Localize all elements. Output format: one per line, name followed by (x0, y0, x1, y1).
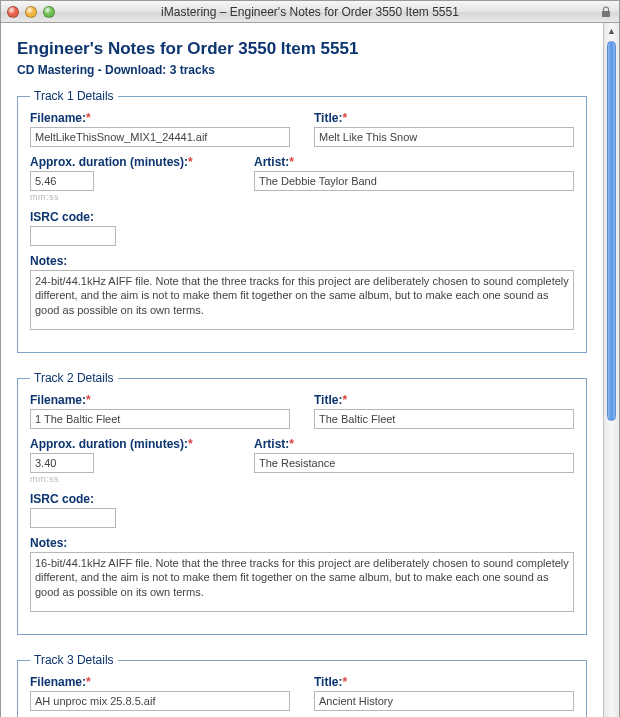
artist-label: Artist:* (254, 437, 574, 451)
app-window: iMastering – Engineer's Notes for Order … (0, 0, 620, 717)
title-label: Title:* (314, 675, 574, 689)
page-title: Engineer's Notes for Order 3550 Item 555… (17, 39, 587, 59)
track-1-legend: Track 1 Details (30, 89, 118, 103)
close-button[interactable] (7, 6, 19, 18)
notes-textarea[interactable] (30, 552, 574, 612)
track-3-fieldset: Track 3 Details Filename:* Title:* Appro… (17, 653, 587, 717)
zoom-button[interactable] (43, 6, 55, 18)
duration-label: Approx. duration (minutes):* (30, 437, 230, 451)
duration-input[interactable] (30, 453, 94, 473)
filename-input[interactable] (30, 127, 290, 147)
track-3-legend: Track 3 Details (30, 653, 118, 667)
title-input[interactable] (314, 691, 574, 711)
scroll-thumb[interactable] (607, 41, 616, 421)
artist-input[interactable] (254, 453, 574, 473)
title-input[interactable] (314, 127, 574, 147)
vertical-scrollbar[interactable]: ▲ (603, 23, 619, 717)
filename-label: Filename:* (30, 675, 290, 689)
title-label: Title:* (314, 393, 574, 407)
minimize-button[interactable] (25, 6, 37, 18)
lock-icon (599, 5, 613, 19)
titlebar: iMastering – Engineer's Notes for Order … (1, 1, 619, 23)
track-1-fieldset: Track 1 Details Filename:* Title:* Appro… (17, 89, 587, 353)
window-title: iMastering – Engineer's Notes for Order … (1, 5, 619, 19)
filename-input[interactable] (30, 409, 290, 429)
duration-hint: mm:ss (30, 192, 230, 202)
scroll-up-arrow[interactable]: ▲ (604, 23, 619, 39)
filename-label: Filename:* (30, 393, 290, 407)
filename-label: Filename:* (30, 111, 290, 125)
window-controls (7, 6, 55, 18)
title-input[interactable] (314, 409, 574, 429)
artist-input[interactable] (254, 171, 574, 191)
notes-textarea[interactable] (30, 270, 574, 330)
artist-label: Artist:* (254, 155, 574, 169)
isrc-input[interactable] (30, 508, 116, 528)
isrc-label: ISRC code: (30, 210, 230, 224)
isrc-label: ISRC code: (30, 492, 230, 506)
title-label: Title:* (314, 111, 574, 125)
content-area: Engineer's Notes for Order 3550 Item 555… (1, 23, 603, 717)
notes-label: Notes: (30, 536, 574, 550)
track-2-legend: Track 2 Details (30, 371, 118, 385)
duration-input[interactable] (30, 171, 94, 191)
isrc-input[interactable] (30, 226, 116, 246)
subtitle: CD Mastering - Download: 3 tracks (17, 63, 587, 77)
notes-label: Notes: (30, 254, 574, 268)
duration-label: Approx. duration (minutes):* (30, 155, 230, 169)
duration-hint: mm:ss (30, 474, 230, 484)
filename-input[interactable] (30, 691, 290, 711)
track-2-fieldset: Track 2 Details Filename:* Title:* Appro… (17, 371, 587, 635)
